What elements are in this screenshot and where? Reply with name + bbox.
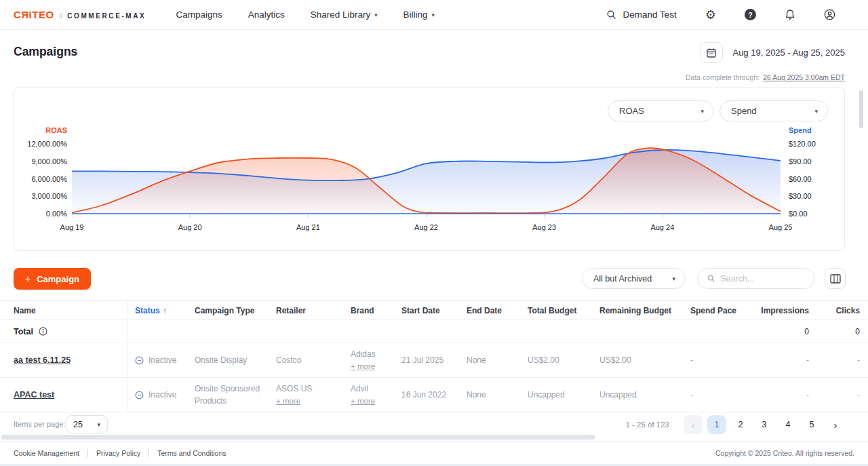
left-metric-dropdown[interactable]: ROAS ▾ bbox=[608, 100, 714, 121]
nav-shared-library-label: Shared Library bbox=[311, 9, 371, 20]
nav-analytics[interactable]: Analytics bbox=[248, 9, 285, 20]
account-search-label: Demand Test bbox=[623, 9, 677, 20]
status-filter-dropdown[interactable]: All but Archived ▾ bbox=[582, 268, 686, 289]
right-axis-title: Spend bbox=[789, 126, 812, 134]
total-label-cell: Total bbox=[0, 320, 127, 343]
total-clicks-cell: 0 bbox=[818, 320, 868, 343]
x-axis-label: Aug 25 bbox=[753, 223, 808, 231]
sort-asc-icon: ↑ bbox=[163, 306, 167, 315]
impressions-cell: - bbox=[759, 343, 818, 377]
brand-cell: Adidas + more bbox=[343, 343, 394, 377]
nav-campaigns[interactable]: Campaigns bbox=[176, 9, 222, 20]
search-input[interactable] bbox=[720, 274, 805, 284]
left-axis-tick: 0.00% bbox=[14, 210, 67, 218]
account-icon[interactable] bbox=[824, 9, 835, 20]
brand-name: Adidas bbox=[351, 349, 376, 360]
right-metric-value: Spend bbox=[731, 106, 757, 116]
right-axis-tick: $30.00 bbox=[789, 192, 812, 200]
column-header-total_budget[interactable]: Total Budget bbox=[520, 301, 592, 319]
notifications-bell-icon[interactable] bbox=[785, 9, 795, 20]
page-button-5[interactable]: 5 bbox=[802, 415, 821, 434]
page-button-3[interactable]: 3 bbox=[755, 415, 774, 434]
table-search bbox=[697, 268, 815, 289]
account-search[interactable]: Demand Test bbox=[606, 9, 677, 20]
brand-logo[interactable]: CЯITEO // COMMERCE-MAX bbox=[14, 9, 146, 20]
column-header-name[interactable]: Name bbox=[0, 301, 127, 319]
page-button-4[interactable]: 4 bbox=[778, 415, 797, 434]
help-icon[interactable]: ? bbox=[745, 9, 756, 20]
table-row[interactable]: aa test 6.11.25 Inactive Onsite Display … bbox=[0, 343, 868, 378]
pager: 1 - 25 of 123 ‹ 12345 › bbox=[625, 415, 845, 434]
criteo-logo: CЯITEO bbox=[14, 9, 54, 20]
spend-pace-cell: - bbox=[683, 378, 759, 412]
clicks-cell: - bbox=[818, 343, 868, 377]
left-axis-tick: 3,000.00% bbox=[14, 192, 67, 200]
column-header-clicks[interactable]: Clicks bbox=[818, 301, 868, 319]
vertical-scrollbar[interactable] bbox=[859, 90, 863, 128]
column-header-remaining_budget[interactable]: Remaining Budget bbox=[592, 301, 683, 319]
retailer-more-link[interactable]: + more bbox=[276, 395, 300, 406]
campaign-name-link[interactable]: aa test 6.11.25 bbox=[14, 355, 71, 365]
table-row[interactable]: APAC test Inactive Onsite Sponsored Prod… bbox=[0, 378, 868, 412]
total-impressions-cell: 0 bbox=[759, 320, 818, 343]
primary-nav: Campaigns Analytics Shared Library▾ Bill… bbox=[176, 9, 434, 20]
page-button-1[interactable]: 1 bbox=[707, 415, 726, 434]
top-nav-bar: CЯITEO // COMMERCE-MAX Campaigns Analyti… bbox=[0, 0, 868, 30]
calendar-button[interactable] bbox=[700, 42, 723, 63]
column-settings-button[interactable] bbox=[825, 268, 846, 289]
footer-terms-link[interactable]: Terms and Conditions bbox=[157, 449, 226, 457]
left-axis-title: ROAS bbox=[14, 126, 67, 134]
nav-billing[interactable]: Billing▾ bbox=[403, 9, 435, 20]
campaign-name-link[interactable]: APAC test bbox=[14, 390, 54, 400]
horizontal-scrollbar[interactable] bbox=[1, 435, 595, 440]
page-button-2[interactable]: 2 bbox=[731, 415, 750, 434]
chart-plot[interactable] bbox=[72, 144, 781, 219]
status-cell: Inactive bbox=[127, 378, 187, 412]
brand-more-link[interactable]: + more bbox=[351, 395, 375, 406]
empty-cell bbox=[187, 320, 269, 343]
status-label: Inactive bbox=[149, 390, 176, 400]
column-header-retailer[interactable]: Retailer bbox=[269, 301, 343, 319]
empty-cell bbox=[127, 320, 187, 343]
campaign-type-cell: Onsite Display bbox=[187, 343, 269, 377]
copyright: Copyright © 2025 Criteo. All rights rese… bbox=[715, 449, 854, 457]
footer-privacy-policy-link[interactable]: Privacy Policy bbox=[96, 449, 140, 457]
x-axis-label: Aug 20 bbox=[163, 223, 217, 231]
right-metric-dropdown[interactable]: Spend ▾ bbox=[719, 100, 828, 121]
chevron-down-icon: ▾ bbox=[97, 421, 100, 428]
column-header-status[interactable]: Status↑ bbox=[127, 301, 187, 319]
right-axis-tick: $60.00 bbox=[789, 175, 812, 183]
column-header-start_date[interactable]: Start Date bbox=[394, 301, 459, 319]
nav-billing-label: Billing bbox=[403, 9, 428, 20]
chevron-down-icon: ▾ bbox=[432, 12, 435, 18]
status-label: Inactive bbox=[149, 355, 176, 365]
column-header-brand[interactable]: Brand bbox=[343, 301, 394, 319]
settings-gear-icon[interactable]: ⚙ bbox=[705, 9, 716, 21]
footer-cookie-management-link[interactable]: Cookie Management bbox=[14, 449, 79, 457]
prev-page-button[interactable]: ‹ bbox=[684, 415, 703, 434]
chevron-down-icon: ▾ bbox=[701, 108, 704, 115]
column-header-end_date[interactable]: End Date bbox=[459, 301, 520, 319]
date-range-picker: Aug 19, 2025 - Aug 25, 2025 bbox=[700, 42, 845, 63]
inactive-status-icon bbox=[135, 356, 144, 365]
nav-shared-library[interactable]: Shared Library▾ bbox=[311, 9, 378, 20]
person-icon bbox=[824, 9, 835, 20]
top-right-actions: Demand Test ⚙ ? bbox=[606, 9, 868, 21]
data-complete-link[interactable]: 26 Aug 2025 3:00am EDT bbox=[763, 73, 845, 81]
x-axis-label: Aug 22 bbox=[399, 223, 454, 231]
columns-icon bbox=[830, 274, 841, 284]
total-budget-cell: US$2.00 bbox=[520, 343, 592, 377]
column-header-spend_pace[interactable]: Spend Pace bbox=[683, 301, 759, 319]
date-range-value[interactable]: Aug 19, 2025 - Aug 25, 2025 bbox=[732, 47, 845, 58]
next-page-button[interactable]: › bbox=[826, 415, 845, 434]
brand-cell: Advil + more bbox=[343, 378, 394, 412]
info-icon[interactable] bbox=[39, 327, 47, 336]
table-header-row: NameStatus↑Campaign TypeRetailerBrandSta… bbox=[0, 300, 868, 320]
items-per-page-select[interactable]: 25 ▾ bbox=[66, 415, 108, 433]
total-label: Total bbox=[14, 327, 33, 336]
add-campaign-button[interactable]: + Campaign bbox=[14, 268, 91, 290]
column-header-campaign_type[interactable]: Campaign Type bbox=[187, 301, 269, 319]
column-header-impressions[interactable]: Impressions bbox=[759, 301, 818, 319]
search-icon bbox=[606, 9, 616, 20]
brand-more-link[interactable]: + more bbox=[351, 361, 375, 372]
